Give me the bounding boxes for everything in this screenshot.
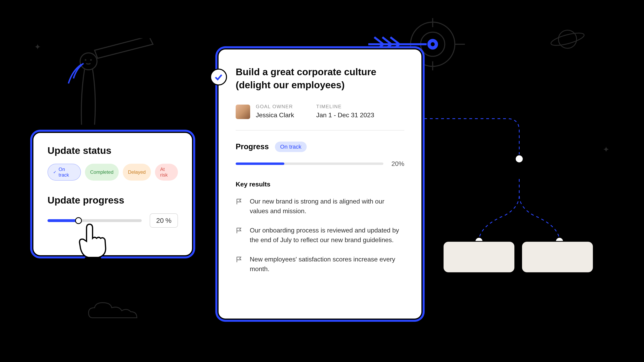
goal-owner-label: GOAL OWNER: [256, 104, 294, 109]
goal-progress-percent: 20%: [392, 160, 404, 168]
goal-detail-card: Build a great corporate culture (delight…: [217, 48, 422, 320]
key-result-text: Our onboarding process is reviewed and u…: [250, 225, 404, 245]
goal-meta-row: GOAL OWNER Jessica Clark TIMELINE Jan 1 …: [236, 104, 404, 130]
key-result-item: Our new brand is strong and is aligned w…: [236, 196, 404, 216]
progress-value-box[interactable]: 20%: [150, 213, 178, 228]
update-progress-title: Update progress: [48, 195, 178, 206]
sparkle-icon: ✦: [34, 42, 41, 51]
flag-icon: [236, 227, 242, 233]
progress-unit: %: [166, 217, 172, 224]
progress-value: 20: [156, 217, 164, 224]
sparkle-icon: ✦: [603, 145, 610, 154]
status-pill-on-track[interactable]: ✓ On track: [48, 164, 81, 181]
key-result-text: Our new brand is strong and is aligned w…: [250, 196, 404, 216]
svg-point-10: [428, 39, 438, 49]
status-pill-delayed[interactable]: Delayed: [123, 164, 151, 181]
status-pill-label: On track: [58, 167, 75, 178]
svg-point-4: [90, 59, 92, 61]
flag-icon: [236, 256, 242, 262]
svg-point-3: [85, 59, 86, 61]
status-pill-label: Delayed: [128, 169, 146, 175]
svg-point-1: [550, 30, 585, 48]
progress-status-badge: On track: [275, 142, 307, 152]
key-result-item: Our onboarding process is reviewed and u…: [236, 225, 404, 245]
hierarchy-child-card: [521, 241, 594, 273]
progress-slider-fill: [48, 219, 78, 222]
progress-heading: Progress: [236, 142, 269, 151]
goal-owner-name: Jessica Clark: [256, 111, 294, 119]
avatar: [236, 105, 250, 119]
check-icon: ✓: [53, 170, 56, 175]
key-result-item: New employees' satisfaction scores incre…: [236, 254, 404, 274]
hand-cursor-icon: [74, 222, 113, 263]
timeline-label: TIMELINE: [316, 104, 374, 109]
hierarchy-child-card: [443, 241, 515, 273]
status-pill-label: At risk: [160, 167, 173, 178]
hierarchy-connectors: [418, 111, 600, 261]
status-pill-completed[interactable]: Completed: [85, 164, 119, 181]
status-pill-at-risk[interactable]: At risk: [155, 164, 178, 181]
svg-point-6: [420, 32, 445, 56]
flag-icon: [236, 198, 242, 204]
svg-point-11: [431, 42, 435, 46]
update-status-card: Update status ✓ On track Completed Delay…: [32, 132, 193, 256]
status-pill-group: ✓ On track Completed Delayed At risk: [48, 164, 178, 181]
key-results-list: Our new brand is strong and is aligned w…: [236, 196, 404, 274]
telescope-person-icon: [54, 38, 159, 147]
update-status-title: Update status: [48, 145, 178, 156]
svg-point-12: [515, 155, 523, 163]
key-result-text: New employees' satisfaction scores incre…: [250, 254, 404, 274]
key-results-heading: Key results: [236, 181, 404, 188]
goal-title: Build a great corporate culture (delight…: [236, 65, 404, 92]
svg-point-2: [80, 53, 97, 70]
goal-progress-bar-fill: [236, 162, 284, 165]
goal-check-badge: [210, 69, 227, 85]
timeline-value: Jan 1 - Dec 31 2023: [316, 111, 374, 119]
status-pill-label: Completed: [90, 169, 114, 175]
planet-icon: [550, 28, 586, 50]
svg-point-0: [558, 30, 576, 48]
cloud-icon: [86, 300, 139, 322]
progress-slider[interactable]: [48, 219, 142, 222]
goal-progress-bar: [236, 162, 384, 165]
